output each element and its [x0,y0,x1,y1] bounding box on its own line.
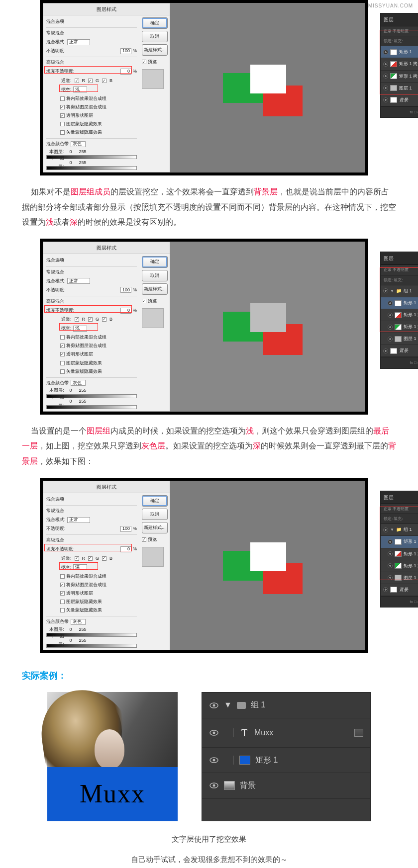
channel-r-check[interactable]: ✓ [75,79,79,83]
cb2-check[interactable]: ✓ [60,344,65,348]
layer-row-layer1[interactable]: 图层 1 [381,572,418,584]
eye-icon[interactable] [388,337,393,342]
cb3-check[interactable]: ✓ [60,591,65,596]
layer-row-rect1[interactable]: 矩形 1▦ [381,46,418,58]
opacity-value[interactable]: 100 [120,287,131,293]
layer-style-dialog-3: 图层样式 混合选项 常规混合 混合模式:正常 不透明度:100% 高级混合 填充… [43,481,170,650]
blend-if-select[interactable]: 灰色 [71,380,86,386]
eye-icon[interactable] [388,575,393,580]
cb2-check[interactable]: ✓ [60,583,65,587]
layer-row-rect1c2[interactable]: 矩形 1 拷贝 2 [381,58,418,70]
layer-row-bg[interactable]: 背景🔒 [381,584,418,596]
cb3-check[interactable]: ✓ [60,113,65,118]
arrow-icon[interactable]: ▼ [390,287,394,295]
eye-icon[interactable] [383,74,388,79]
eye-icon[interactable] [383,86,388,90]
layer-row-bg[interactable]: 背景🔒 [381,94,418,106]
blend-mode-select[interactable]: 正常 [67,278,90,284]
fill-opacity-value[interactable]: 0 [120,308,131,314]
el-row-bg[interactable]: 背景 [202,773,370,798]
fill-opacity-value[interactable]: 0 [120,546,131,552]
channel-g-check[interactable]: ✓ [88,556,93,561]
cb4-check[interactable] [60,600,65,604]
eye-icon[interactable] [209,728,219,737]
cancel-button[interactable]: 取消 [142,509,168,520]
eye-icon[interactable] [388,551,393,556]
layer-row-group[interactable]: ▼📁组 1 [381,285,418,297]
channel-r-check[interactable]: ✓ [75,317,79,322]
blend-mode-select[interactable]: 正常 [67,517,90,523]
channel-b-check[interactable]: ✓ [102,317,106,322]
cb4-check[interactable] [60,361,65,365]
ok-button[interactable]: 确定 [142,256,168,267]
channel-g-check[interactable]: ✓ [88,79,93,83]
el-row-text[interactable]: T Muxx [202,718,370,748]
opacity-value[interactable]: 100 [120,526,131,532]
el-row-group[interactable]: ▼ 组 1 [202,693,370,718]
blend-mode-select[interactable]: 正常 [67,39,90,45]
layer-row-rect1[interactable]: 矩形 1▦ [381,536,418,548]
eye-icon[interactable] [388,563,393,568]
layer-row-layer1[interactable]: 图层 1 [381,83,418,94]
blend-if-select[interactable]: 灰色 [71,141,86,147]
knockout-select[interactable]: 浅 [73,326,87,332]
eye-icon[interactable] [209,701,219,710]
eye-icon[interactable] [383,348,388,353]
cb5-check[interactable] [60,608,65,612]
paragraph-2: 当设置的是一个图层组内成员的时候，如果设置的挖空选项为浅，则这个效果只会穿透到图… [10,424,408,469]
knockout-select[interactable]: 深 [73,564,87,570]
preview-check[interactable]: ✓ [142,299,146,303]
layer-row-bg[interactable]: 背景🔒 [381,345,418,357]
cancel-button[interactable]: 取消 [142,270,168,281]
cb1-check[interactable] [60,574,65,579]
eye-icon[interactable] [383,527,388,532]
cb4-check[interactable] [60,122,65,126]
channel-g-check[interactable]: ✓ [88,317,93,322]
cb1-check[interactable] [60,96,65,101]
layer-row-group[interactable]: ▼📁组 1 [381,524,418,536]
layer-row-rect1c[interactable]: 矩形 1 拷贝 [381,71,418,83]
eye-icon[interactable] [383,288,388,293]
arrow-icon[interactable]: ▼ [390,526,394,533]
layer-label: 图层 1 [399,84,412,92]
ok-button[interactable]: 确定 [142,495,168,507]
preview-check[interactable]: ✓ [142,537,146,542]
eye-icon[interactable] [383,587,388,592]
channel-r-check[interactable]: ✓ [75,556,79,561]
channel-b-check[interactable]: ✓ [102,556,106,561]
cb5-check[interactable] [60,130,65,135]
eye-icon[interactable] [388,301,393,306]
layer-row-rect1[interactable]: 矩形 1▦ [381,297,418,309]
eye-icon[interactable] [388,313,393,318]
fill-opacity-value[interactable]: 0 [120,69,131,75]
knockout-select[interactable]: 浅 [73,87,87,92]
new-style-button[interactable]: 新建样式... [142,44,168,56]
eye-icon[interactable] [209,781,219,790]
channel-b-check[interactable]: ✓ [102,79,106,83]
eye-icon[interactable] [383,97,388,102]
cb1-check[interactable] [60,335,65,340]
eye-icon[interactable] [388,325,393,330]
el-row-rect[interactable]: 矩形 1 [202,748,370,773]
layer-row-layer1[interactable]: 图层 1 [381,333,418,345]
cb5-check[interactable] [60,369,65,374]
eye-icon[interactable] [383,62,388,67]
blend-if-select[interactable]: 灰色 [71,619,86,625]
cb3-check[interactable]: ✓ [60,352,65,356]
layer-row-rect1c[interactable]: 矩形 1 拷贝 [381,321,418,333]
new-style-button[interactable]: 新建样式... [142,522,168,533]
cb2-check[interactable]: ✓ [60,105,65,109]
opacity-value[interactable]: 100 [120,48,131,54]
cancel-button[interactable]: 取消 [142,31,168,42]
next-255: 255 [77,636,88,645]
preview-check[interactable]: ✓ [142,60,146,64]
eye-icon[interactable] [388,539,393,544]
eye-icon[interactable] [383,50,388,55]
new-style-button[interactable]: 新建样式... [142,283,168,295]
ok-button[interactable]: 确定 [142,17,168,29]
eye-icon[interactable] [209,756,219,765]
layer-row-rect1c2[interactable]: 矩形 1 拷贝 2 [381,548,418,560]
arrow-icon[interactable]: ▼ [224,697,232,712]
layer-row-rect1c[interactable]: 矩形 1 拷贝 [381,560,418,572]
layer-row-rect1c2[interactable]: 矩形 1 拷贝 2 [381,309,418,321]
